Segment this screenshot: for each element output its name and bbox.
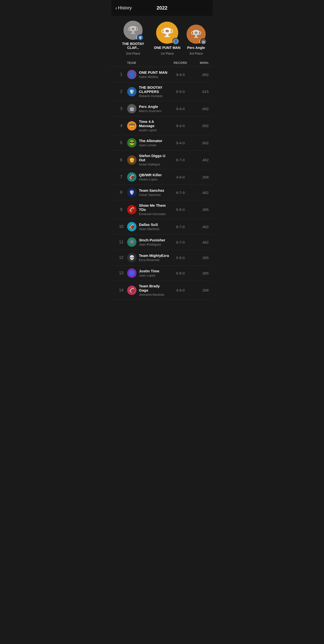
row-rank: 7 [115, 175, 127, 179]
team-owner: Jean Rodriguez [139, 242, 165, 246]
row-team-info: 👤 ONE PUNT MAN Gabe Medina [127, 70, 169, 79]
table-row[interactable]: 6 👴 Stefon Diggs U Out Israel Gallegos 6… [111, 151, 213, 169]
table-header: TEAM RECORD WIN% [111, 59, 213, 67]
header: ‹ History 2022 [111, 0, 213, 16]
team-name: The Allenator [139, 139, 162, 143]
row-record: 5-8-0 [169, 271, 191, 275]
row-win-pct: .462 [191, 158, 209, 162]
row-rank: 1 [115, 72, 127, 77]
row-rank: 14 [115, 288, 127, 292]
row-record: 4-9-0 [169, 288, 191, 292]
podium-second-place: 2nd Place [126, 52, 140, 55]
team-owner: Marco Guerrero [139, 109, 162, 113]
col-header-team: TEAM [127, 61, 169, 65]
team-owner: Ezra Resendiz [139, 258, 169, 262]
table-row[interactable]: 1 👤 ONE PUNT MAN Gabe Medina 9-4-0 .692 [111, 67, 213, 82]
table-row[interactable]: 10 🏈 Dallas SuS Sean Martinez 6-7-0 .462 [111, 219, 213, 234]
row-team-info: 👾 3inch Punisher Jean Rodriguez [127, 238, 169, 247]
row-win-pct: .462 [191, 190, 209, 195]
podium-first: 1ST 👤 ONE PUNT MAN 1st Place [154, 22, 180, 55]
table-row[interactable]: 5 😎 The Allenator Juan Lomeli 9-4-0 .692 [111, 135, 213, 151]
svg-rect-4 [131, 33, 135, 34]
row-rank: 13 [115, 271, 127, 275]
row-team-info: 🏈 Dallas SuS Sean Martinez [127, 222, 169, 231]
table-row[interactable]: 4 🤠 Time 4 A Massage austin rupert 9-4-0… [111, 116, 213, 135]
table-row[interactable]: 3 🤖 Perc Angle Marco Guerrero 9-4-0 .692 [111, 101, 213, 116]
row-record: 6-7-0 [169, 225, 191, 229]
svg-point-18 [193, 34, 199, 35]
row-record: 9-4-0 [169, 107, 191, 111]
table-row[interactable]: 7 🏈 QB/WR Killer Alvaro Lopez 4-9-0 .308 [111, 169, 213, 185]
row-rank: 9 [115, 208, 127, 212]
table-row[interactable]: 2 🛡️ THE BOOTAY CLAPPERS Roberto Hurtado… [111, 82, 213, 101]
team-name: QB/WR Killer [139, 173, 162, 177]
row-team-info: 🛡️ THE BOOTAY CLAPPERS Roberto Hurtado [127, 85, 169, 98]
table-row[interactable]: 14 🏈 Team Brady Gaga Jeovanni Bautista 4… [111, 281, 213, 300]
row-team-info: 🛡️ Team Sanchez Cesar Sanchez [127, 188, 169, 197]
team-logo: 🤖 [127, 104, 137, 113]
page-title: 2022 [157, 5, 168, 11]
row-record: 4-9-0 [169, 175, 191, 179]
table-row[interactable]: 8 🛡️ Team Sanchez Cesar Sanchez 6-7-0 .4… [111, 185, 213, 200]
team-logo: 🤠 [127, 121, 137, 130]
team-owner: Israel Gallegos [139, 162, 169, 166]
standings-table: 1 👤 ONE PUNT MAN Gabe Medina 9-4-0 .692 … [111, 67, 213, 300]
team-name: Team Sanchez [139, 188, 164, 192]
team-owner: austin rupert [139, 128, 169, 132]
team-owner: Jeovanni Bautista [139, 293, 169, 296]
team-owner: Juan Lopez [139, 274, 159, 277]
table-row[interactable]: 11 👾 3inch Punisher Jean Rodriguez 6-7-0… [111, 234, 213, 250]
team-name: Perc Angle [139, 104, 162, 109]
podium-third: 3RD 🤖 Perc Angle 3rd Place [186, 24, 206, 55]
podium-section: 2ND 🛡️ THE BOOTAY CLAP... 2nd Place 1ST [111, 16, 213, 59]
team-name: Stefon Diggs U Out [139, 154, 169, 162]
podium-second-avatar: 2ND 🛡️ [124, 21, 143, 40]
team-logo: 🏈 [127, 172, 137, 182]
row-rank: 11 [115, 240, 127, 244]
row-rank: 6 [115, 158, 127, 162]
row-team-info: 🏈 Show Me Them TDs Emanuel Gonzalez [127, 203, 169, 216]
table-row[interactable]: 12 💀 Team MightyEzra Ezra Resendiz 5-8-0… [111, 250, 213, 266]
row-record: 9-4-0 [169, 141, 191, 145]
row-rank: 8 [115, 190, 127, 195]
row-team-info: 🏈 Team Brady Gaga Jeovanni Bautista [127, 284, 169, 296]
team-owner: Sean Martinez [139, 227, 160, 231]
row-win-pct: .308 [191, 175, 209, 179]
row-rank: 5 [115, 140, 127, 145]
third-team-icon: 🤖 [200, 38, 207, 45]
row-rank: 3 [115, 106, 127, 111]
team-logo: 👤 [127, 70, 137, 79]
team-name: Show Me Them TDs [139, 203, 169, 212]
team-logo: 😎 [127, 138, 137, 148]
row-record: 6-7-0 [169, 190, 191, 195]
team-logo: 👴 [127, 155, 137, 165]
row-win-pct: .308 [191, 288, 209, 292]
row-win-pct: .692 [191, 107, 209, 111]
team-logo: 🏈 [127, 205, 137, 214]
row-team-info: 🌀 Justin Time Juan Lopez [127, 268, 169, 278]
team-owner: Juan Lomeli [139, 143, 162, 147]
chevron-left-icon: ‹ [115, 5, 117, 11]
team-logo: 👾 [127, 238, 137, 247]
row-record: 8-5-0 [169, 90, 191, 94]
table-row[interactable]: 9 🏈 Show Me Them TDs Emanuel Gonzalez 5-… [111, 200, 213, 219]
team-name: ONE PUNT MAN [139, 70, 167, 74]
svg-point-10 [164, 32, 170, 34]
podium-first-avatar: 1ST 👤 [156, 22, 178, 44]
row-record: 9-4-0 [169, 124, 191, 128]
row-record: 5-8-0 [169, 256, 191, 260]
team-logo: 🏈 [127, 286, 137, 295]
svg-rect-3 [132, 31, 134, 33]
team-logo: 💀 [127, 253, 137, 262]
second-team-icon: 🛡️ [137, 34, 144, 41]
first-user-icon: 👤 [172, 38, 179, 45]
row-win-pct: .385 [191, 208, 209, 212]
svg-rect-20 [194, 37, 198, 38]
back-button[interactable]: ‹ History [115, 5, 132, 11]
team-owner: Roberto Hurtado [139, 94, 169, 98]
svg-rect-11 [166, 34, 168, 36]
row-team-info: 💀 Team MightyEzra Ezra Resendiz [127, 253, 169, 262]
row-win-pct: .615 [191, 90, 209, 94]
table-row[interactable]: 13 🌀 Justin Time Juan Lopez 5-8-0 .385 [111, 266, 213, 281]
row-record: 9-4-0 [169, 72, 191, 77]
